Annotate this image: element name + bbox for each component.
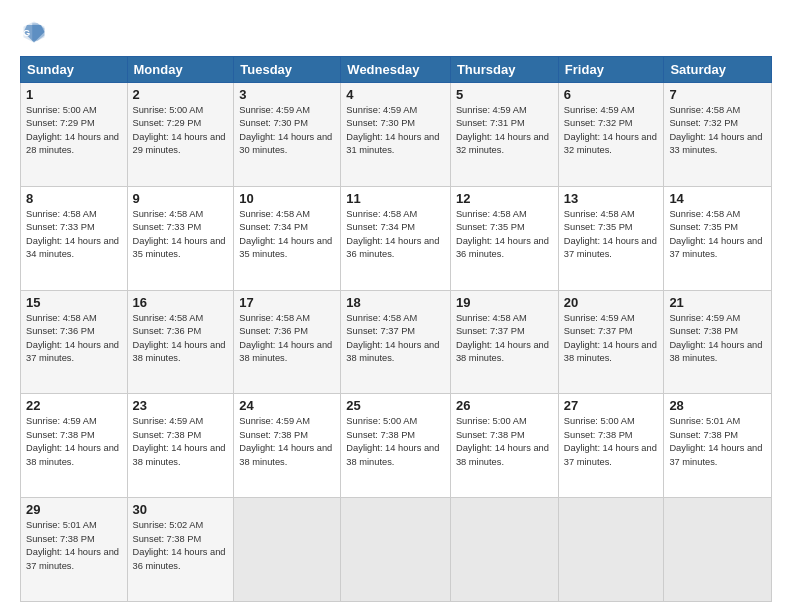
cell-info: Sunrise: 5:00 AMSunset: 7:38 PMDaylight:… bbox=[346, 415, 445, 469]
day-number: 15 bbox=[26, 295, 122, 310]
day-number: 22 bbox=[26, 398, 122, 413]
cell-info: Sunrise: 4:58 AMSunset: 7:32 PMDaylight:… bbox=[669, 104, 766, 158]
day-number: 19 bbox=[456, 295, 553, 310]
cell-info: Sunrise: 4:58 AMSunset: 7:34 PMDaylight:… bbox=[346, 208, 445, 262]
weekday-header-sunday: Sunday bbox=[21, 57, 128, 83]
cell-info: Sunrise: 4:59 AMSunset: 7:32 PMDaylight:… bbox=[564, 104, 659, 158]
cell-info: Sunrise: 5:00 AMSunset: 7:29 PMDaylight:… bbox=[133, 104, 229, 158]
day-number: 27 bbox=[564, 398, 659, 413]
calendar-day-cell: 6 Sunrise: 4:59 AMSunset: 7:32 PMDayligh… bbox=[558, 83, 664, 187]
day-number: 14 bbox=[669, 191, 766, 206]
day-number: 10 bbox=[239, 191, 335, 206]
cell-info: Sunrise: 4:58 AMSunset: 7:35 PMDaylight:… bbox=[456, 208, 553, 262]
day-number: 29 bbox=[26, 502, 122, 517]
calendar-day-cell: 18 Sunrise: 4:58 AMSunset: 7:37 PMDaylig… bbox=[341, 290, 451, 394]
calendar-empty-cell bbox=[341, 498, 451, 602]
calendar-header: SundayMondayTuesdayWednesdayThursdayFrid… bbox=[21, 57, 772, 83]
calendar-week-row: 15 Sunrise: 4:58 AMSunset: 7:36 PMDaylig… bbox=[21, 290, 772, 394]
day-number: 12 bbox=[456, 191, 553, 206]
day-number: 30 bbox=[133, 502, 229, 517]
cell-info: Sunrise: 5:00 AMSunset: 7:29 PMDaylight:… bbox=[26, 104, 122, 158]
calendar-day-cell: 28 Sunrise: 5:01 AMSunset: 7:38 PMDaylig… bbox=[664, 394, 772, 498]
cell-info: Sunrise: 4:59 AMSunset: 7:38 PMDaylight:… bbox=[133, 415, 229, 469]
calendar-week-row: 8 Sunrise: 4:58 AMSunset: 7:33 PMDayligh… bbox=[21, 186, 772, 290]
day-number: 26 bbox=[456, 398, 553, 413]
calendar-day-cell: 14 Sunrise: 4:58 AMSunset: 7:35 PMDaylig… bbox=[664, 186, 772, 290]
calendar-day-cell: 20 Sunrise: 4:59 AMSunset: 7:37 PMDaylig… bbox=[558, 290, 664, 394]
logo: G bbox=[20, 18, 52, 46]
weekday-header-monday: Monday bbox=[127, 57, 234, 83]
day-number: 25 bbox=[346, 398, 445, 413]
day-number: 13 bbox=[564, 191, 659, 206]
calendar-week-row: 29 Sunrise: 5:01 AMSunset: 7:38 PMDaylig… bbox=[21, 498, 772, 602]
cell-info: Sunrise: 4:59 AMSunset: 7:37 PMDaylight:… bbox=[564, 312, 659, 366]
day-number: 28 bbox=[669, 398, 766, 413]
calendar-day-cell: 19 Sunrise: 4:58 AMSunset: 7:37 PMDaylig… bbox=[450, 290, 558, 394]
calendar-table: SundayMondayTuesdayWednesdayThursdayFrid… bbox=[20, 56, 772, 602]
day-number: 21 bbox=[669, 295, 766, 310]
cell-info: Sunrise: 5:02 AMSunset: 7:38 PMDaylight:… bbox=[133, 519, 229, 573]
calendar-day-cell: 3 Sunrise: 4:59 AMSunset: 7:30 PMDayligh… bbox=[234, 83, 341, 187]
calendar-day-cell: 2 Sunrise: 5:00 AMSunset: 7:29 PMDayligh… bbox=[127, 83, 234, 187]
cell-info: Sunrise: 4:59 AMSunset: 7:30 PMDaylight:… bbox=[346, 104, 445, 158]
calendar-day-cell: 13 Sunrise: 4:58 AMSunset: 7:35 PMDaylig… bbox=[558, 186, 664, 290]
calendar-day-cell: 23 Sunrise: 4:59 AMSunset: 7:38 PMDaylig… bbox=[127, 394, 234, 498]
calendar-day-cell: 29 Sunrise: 5:01 AMSunset: 7:38 PMDaylig… bbox=[21, 498, 128, 602]
calendar-day-cell: 30 Sunrise: 5:02 AMSunset: 7:38 PMDaylig… bbox=[127, 498, 234, 602]
calendar-day-cell: 10 Sunrise: 4:58 AMSunset: 7:34 PMDaylig… bbox=[234, 186, 341, 290]
calendar-day-cell: 8 Sunrise: 4:58 AMSunset: 7:33 PMDayligh… bbox=[21, 186, 128, 290]
calendar-day-cell: 12 Sunrise: 4:58 AMSunset: 7:35 PMDaylig… bbox=[450, 186, 558, 290]
weekday-header-wednesday: Wednesday bbox=[341, 57, 451, 83]
day-number: 8 bbox=[26, 191, 122, 206]
cell-info: Sunrise: 5:01 AMSunset: 7:38 PMDaylight:… bbox=[26, 519, 122, 573]
cell-info: Sunrise: 4:58 AMSunset: 7:33 PMDaylight:… bbox=[26, 208, 122, 262]
page: G SundayMondayTuesdayWednesdayThursdayFr… bbox=[0, 0, 792, 612]
calendar-day-cell: 17 Sunrise: 4:58 AMSunset: 7:36 PMDaylig… bbox=[234, 290, 341, 394]
cell-info: Sunrise: 4:59 AMSunset: 7:30 PMDaylight:… bbox=[239, 104, 335, 158]
cell-info: Sunrise: 4:59 AMSunset: 7:38 PMDaylight:… bbox=[669, 312, 766, 366]
cell-info: Sunrise: 4:58 AMSunset: 7:35 PMDaylight:… bbox=[564, 208, 659, 262]
calendar-day-cell: 1 Sunrise: 5:00 AMSunset: 7:29 PMDayligh… bbox=[21, 83, 128, 187]
cell-info: Sunrise: 4:59 AMSunset: 7:31 PMDaylight:… bbox=[456, 104, 553, 158]
cell-info: Sunrise: 4:58 AMSunset: 7:37 PMDaylight:… bbox=[456, 312, 553, 366]
calendar-day-cell: 7 Sunrise: 4:58 AMSunset: 7:32 PMDayligh… bbox=[664, 83, 772, 187]
calendar-day-cell: 15 Sunrise: 4:58 AMSunset: 7:36 PMDaylig… bbox=[21, 290, 128, 394]
cell-info: Sunrise: 4:58 AMSunset: 7:33 PMDaylight:… bbox=[133, 208, 229, 262]
cell-info: Sunrise: 5:00 AMSunset: 7:38 PMDaylight:… bbox=[456, 415, 553, 469]
weekday-header-saturday: Saturday bbox=[664, 57, 772, 83]
calendar-empty-cell bbox=[664, 498, 772, 602]
calendar-week-row: 1 Sunrise: 5:00 AMSunset: 7:29 PMDayligh… bbox=[21, 83, 772, 187]
cell-info: Sunrise: 4:59 AMSunset: 7:38 PMDaylight:… bbox=[26, 415, 122, 469]
day-number: 16 bbox=[133, 295, 229, 310]
calendar-day-cell: 4 Sunrise: 4:59 AMSunset: 7:30 PMDayligh… bbox=[341, 83, 451, 187]
day-number: 6 bbox=[564, 87, 659, 102]
cell-info: Sunrise: 5:01 AMSunset: 7:38 PMDaylight:… bbox=[669, 415, 766, 469]
weekday-header-row: SundayMondayTuesdayWednesdayThursdayFrid… bbox=[21, 57, 772, 83]
calendar-day-cell: 27 Sunrise: 5:00 AMSunset: 7:38 PMDaylig… bbox=[558, 394, 664, 498]
day-number: 7 bbox=[669, 87, 766, 102]
day-number: 4 bbox=[346, 87, 445, 102]
calendar-day-cell: 25 Sunrise: 5:00 AMSunset: 7:38 PMDaylig… bbox=[341, 394, 451, 498]
header: G bbox=[20, 18, 772, 46]
cell-info: Sunrise: 4:58 AMSunset: 7:36 PMDaylight:… bbox=[239, 312, 335, 366]
calendar-body: 1 Sunrise: 5:00 AMSunset: 7:29 PMDayligh… bbox=[21, 83, 772, 602]
calendar-day-cell: 24 Sunrise: 4:59 AMSunset: 7:38 PMDaylig… bbox=[234, 394, 341, 498]
calendar-empty-cell bbox=[558, 498, 664, 602]
day-number: 9 bbox=[133, 191, 229, 206]
logo-icon: G bbox=[20, 18, 48, 46]
day-number: 1 bbox=[26, 87, 122, 102]
day-number: 3 bbox=[239, 87, 335, 102]
svg-text:G: G bbox=[23, 27, 30, 38]
day-number: 2 bbox=[133, 87, 229, 102]
day-number: 5 bbox=[456, 87, 553, 102]
calendar-week-row: 22 Sunrise: 4:59 AMSunset: 7:38 PMDaylig… bbox=[21, 394, 772, 498]
calendar-day-cell: 5 Sunrise: 4:59 AMSunset: 7:31 PMDayligh… bbox=[450, 83, 558, 187]
calendar-day-cell: 9 Sunrise: 4:58 AMSunset: 7:33 PMDayligh… bbox=[127, 186, 234, 290]
day-number: 20 bbox=[564, 295, 659, 310]
day-number: 18 bbox=[346, 295, 445, 310]
cell-info: Sunrise: 4:58 AMSunset: 7:34 PMDaylight:… bbox=[239, 208, 335, 262]
calendar-day-cell: 16 Sunrise: 4:58 AMSunset: 7:36 PMDaylig… bbox=[127, 290, 234, 394]
weekday-header-tuesday: Tuesday bbox=[234, 57, 341, 83]
day-number: 17 bbox=[239, 295, 335, 310]
calendar-day-cell: 21 Sunrise: 4:59 AMSunset: 7:38 PMDaylig… bbox=[664, 290, 772, 394]
